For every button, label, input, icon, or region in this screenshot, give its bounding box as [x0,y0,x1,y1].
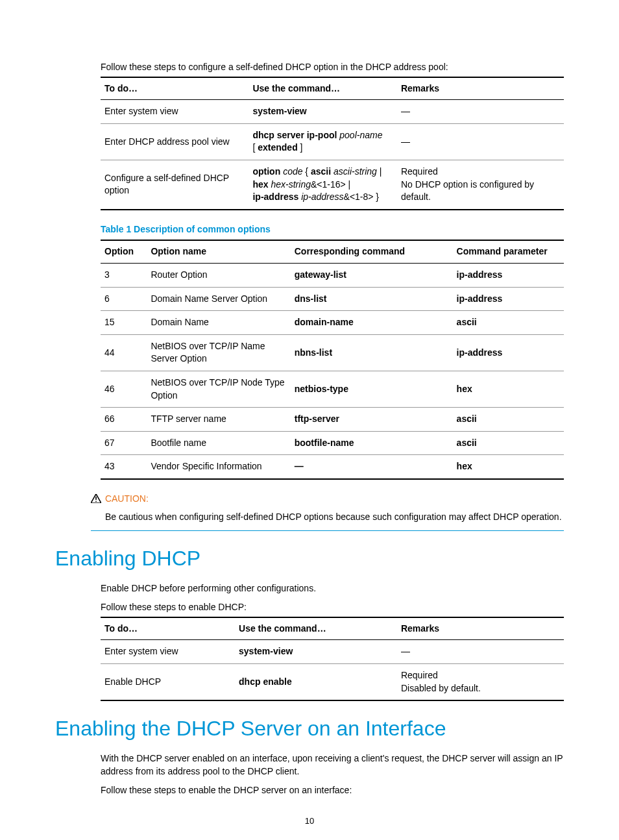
cell: — [397,640,564,664]
table-row: 3Router Optiongateway-listip-address [101,263,564,287]
paragraph: With the DHCP server enabled on an inter… [101,752,564,778]
cell: Enter DHCP address pool view [101,123,249,160]
table-row: 67Bootfile namebootfile-nameascii [101,431,564,455]
cmd-text: | [377,166,382,177]
cmd-text: &<1-8> } [344,191,380,202]
cell: Required Disabled by default. [397,664,564,701]
cell: Enter system view [101,100,249,124]
cell: bootfile-name [291,431,453,455]
table-row: 15Domain Namedomain-nameascii [101,311,564,335]
cell: ascii [453,311,564,335]
cell: — [397,123,564,160]
th-todo: To do… [101,617,235,640]
cell-line: Required [401,166,438,177]
th-option: Option [101,240,147,263]
cell: 3 [101,263,147,287]
th-command: Use the command… [235,617,397,640]
cell: NetBIOS over TCP/IP Name Server Option [147,334,290,371]
paragraph: Follow these steps to enable the DHCP se… [101,784,564,797]
cell: hex [453,455,564,479]
caution-block: CAUTION: Be cautious when configuring se… [91,493,564,531]
cell: ip-address [453,334,564,371]
table-row: Enter system view system-view — [101,100,564,124]
cmd-arg: ascii-string [334,166,377,177]
cell-line: No DHCP option is configured by default. [401,179,534,203]
cell: 44 [101,334,147,371]
table-config-self-defined: To do… Use the command… Remarks Enter sy… [101,77,564,210]
heading-enabling-dhcp: Enabling DHCP [55,544,564,573]
th-name: Option name [147,240,290,263]
cell: — [397,100,564,124]
cell: 15 [101,311,147,335]
th-param: Command parameter [453,240,564,263]
cell: 46 [101,371,147,407]
cell: Required No DHCP option is configured by… [397,160,564,209]
table-row: 43Vendor Specific Information—hex [101,455,564,479]
paragraph: Follow these steps to enable DHCP: [101,601,564,614]
intro-text: Follow these steps to configure a self-d… [101,61,564,74]
th-remarks: Remarks [397,617,564,640]
cell: 66 [101,408,147,432]
table-row: Configure a self-defined DHCP option opt… [101,160,564,209]
cell: Domain Name [147,311,290,335]
cell: ip-address [453,287,564,311]
table-row: Enable DHCP dhcp enable Required Disable… [101,664,564,701]
cell: dhcp server ip-pool pool-name [ extended… [249,123,396,160]
cell: ip-address [453,263,564,287]
cmd-kw: ip-address [252,191,301,202]
cell-line: Disabled by default. [401,683,481,693]
cmd-arg: ip-address [301,191,343,202]
th-todo: To do… [101,77,249,100]
cell: Bootfile name [147,431,290,455]
cmd-kw: hex [252,179,271,190]
caution-label: CAUTION: [105,493,149,504]
cell: tftp-server [291,408,453,432]
th-remarks: Remarks [397,77,564,100]
cell: ascii [453,408,564,432]
cmd-kw: extended [258,142,297,153]
cell: netbios-type [291,371,453,407]
table-caption: Table 1 Description of common options [101,223,564,236]
table-row: 66TFTP server nametftp-serverascii [101,408,564,432]
table-enable-dhcp: To do… Use the command… Remarks Enter sy… [101,617,564,701]
cell: nbns-list [291,334,453,371]
caution-text: Be cautious when configuring self-define… [105,511,564,524]
cell: Configure a self-defined DHCP option [101,160,249,209]
cell: Enter system view [101,640,235,664]
cell: ascii [453,431,564,455]
cell: NetBIOS over TCP/IP Node Type Option [147,371,290,407]
table-row: 6Domain Name Server Optiondns-listip-add… [101,287,564,311]
cmd-text: ] [298,142,303,153]
cmd-text: { [302,166,310,177]
cell-line: Required [401,670,438,680]
cell: 6 [101,287,147,311]
cell: option code { ascii ascii-string | hex h… [249,160,396,209]
warning-icon [91,493,101,507]
cell: domain-name [291,311,453,335]
cmd-arg: pool-name [339,130,382,140]
cell: 67 [101,431,147,455]
cell: hex [453,371,564,407]
cmd-kw: dhcp server ip-pool [252,130,339,140]
cell: dns-list [291,287,453,311]
cell: system-view [249,100,396,124]
paragraph: Enable DHCP before performing other conf… [101,582,564,595]
th-command: Use the command… [249,77,396,100]
cmd-kw: ascii [311,166,334,177]
cmd-kw: option [252,166,283,177]
table-common-options: Option Option name Corresponding command… [101,240,564,480]
cell: dhcp enable [235,664,397,701]
th-command: Corresponding command [291,240,453,263]
cell: — [291,455,453,479]
cell: gateway-list [291,263,453,287]
cmd-arg: code [283,166,302,177]
cmd-text: &<1-16> | [311,179,350,190]
cell: 43 [101,455,147,479]
svg-point-1 [95,500,97,502]
cmd-arg: hex-string [271,179,310,190]
page-number: 10 [55,815,564,827]
table-row: Enter DHCP address pool view dhcp server… [101,123,564,160]
table-row: 46NetBIOS over TCP/IP Node Type Optionne… [101,371,564,407]
heading-enabling-dhcp-interface: Enabling the DHCP Server on an Interface [55,714,564,743]
cell: Enable DHCP [101,664,235,701]
